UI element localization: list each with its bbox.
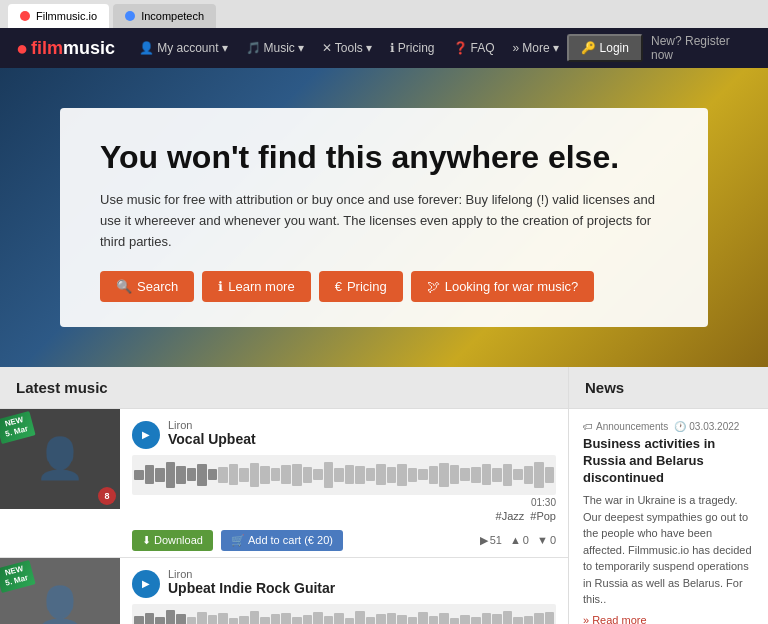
nav-tools[interactable]: ✕ Tools ▾ xyxy=(314,28,380,68)
nav-account-label: My account xyxy=(157,41,218,55)
track-num-badge: 8 xyxy=(98,487,116,505)
news-header: News xyxy=(569,367,768,409)
play-count: ▶ 51 xyxy=(480,534,502,547)
track-stats: ▶ 51 ▲ 0 ▼ 0 xyxy=(480,534,556,547)
hero-title: You won't find this anywhere else. xyxy=(100,138,668,176)
news-item: 🏷 Announcements 🕐 03.03.2022 Business ac… xyxy=(569,409,768,624)
hero-description: Use music for free with attribution or b… xyxy=(100,190,668,252)
waveform-bars xyxy=(132,604,556,624)
track-row: 👤 NEW5. Mar 8 ▶ Liron Vocal Upbeat xyxy=(0,409,568,558)
tab-favicon-incompetech xyxy=(125,11,135,21)
nav-account[interactable]: 👤 My account ▾ xyxy=(131,28,235,68)
war-music-button[interactable]: 🕊 Looking for war music? xyxy=(411,271,595,302)
track-top: ▶ Liron Upbeat Indie Rock Guitar xyxy=(132,568,556,598)
hero-section: You won't find this anywhere else. Use m… xyxy=(0,68,768,367)
news-sidebar: News 🏷 Announcements 🕐 03.03.2022 Busine… xyxy=(568,367,768,624)
hero-content: You won't find this anywhere else. Use m… xyxy=(60,108,708,327)
nav-music-label: Music xyxy=(264,41,295,55)
search-icon: 🔍 xyxy=(116,279,132,294)
learn-more-button[interactable]: ℹ Learn more xyxy=(202,271,310,302)
tab-label-incompetech: Incompetech xyxy=(141,10,204,22)
search-button[interactable]: 🔍 Search xyxy=(100,271,194,302)
faq-icon: ❓ xyxy=(453,41,468,55)
account-chevron-icon: ▾ xyxy=(222,41,228,55)
waveform[interactable] xyxy=(132,455,556,495)
music-icon: 🎵 xyxy=(246,41,261,55)
news-category: 🏷 Announcements xyxy=(583,421,668,432)
tag-jazz[interactable]: #Jazz xyxy=(496,510,525,522)
nav-pricing-label: Pricing xyxy=(398,41,435,55)
nav-more[interactable]: » More ▾ xyxy=(505,28,567,68)
track-title: Vocal Upbeat xyxy=(168,431,556,447)
track-meta: Liron Vocal Upbeat xyxy=(168,419,556,449)
clock-icon: 🕐 xyxy=(674,421,686,432)
dove-icon: 🕊 xyxy=(427,279,440,294)
tools-icon: ✕ xyxy=(322,41,332,55)
latest-music-title: Latest music xyxy=(16,379,108,396)
logo-dot: ● xyxy=(16,37,28,60)
track-thumbnail: 👤 NEW5. Mar 8 xyxy=(0,409,120,509)
more-chevron-icon: ▾ xyxy=(553,41,559,55)
news-headline: Business activities in Russia and Belaru… xyxy=(583,436,754,487)
nav-music[interactable]: 🎵 Music ▾ xyxy=(238,28,312,68)
track-tags: #Jazz #Pop xyxy=(132,510,556,522)
add-to-cart-button[interactable]: 🛒 Add to cart (€ 20) xyxy=(221,530,343,551)
track-thumbnail: 👤 NEW5. Mar 8 xyxy=(0,558,120,624)
tag-icon: 🏷 xyxy=(583,421,593,432)
track-actions: ⬇ Download 🛒 Add to cart (€ 20) ▶ 51 ▲ 0… xyxy=(132,530,556,551)
nav-pricing[interactable]: ℹ Pricing xyxy=(382,28,443,68)
music-chevron-icon: ▾ xyxy=(298,41,304,55)
login-icon: 🔑 xyxy=(581,41,596,55)
news-category-label: Announcements xyxy=(596,421,668,432)
hero-buttons: 🔍 Search ℹ Learn more € Pricing 🕊 Lookin… xyxy=(100,271,668,302)
register-link[interactable]: New? Register now xyxy=(651,34,752,62)
waveform-bars xyxy=(132,455,556,495)
tab-favicon-filmmusic xyxy=(20,11,30,21)
euro-icon: € xyxy=(335,279,342,294)
news-date: 🕐 03.03.2022 xyxy=(674,421,739,432)
info-icon: ℹ xyxy=(218,279,223,294)
download-label: Download xyxy=(154,534,203,546)
news-date-value: 03.03.2022 xyxy=(689,421,739,432)
war-music-label: Looking for war music? xyxy=(445,279,579,294)
track-info: ▶ Liron Upbeat Indie Rock Guitar 02:14 #… xyxy=(120,558,568,624)
account-icon: 👤 xyxy=(139,41,154,55)
news-meta: 🏷 Announcements 🕐 03.03.2022 xyxy=(583,421,754,432)
login-button[interactable]: 🔑 Login xyxy=(567,34,643,62)
news-excerpt: The war in Ukraine is a tragedy. Our dee… xyxy=(583,492,754,608)
nav-tools-label: Tools xyxy=(335,41,363,55)
track-meta: Liron Upbeat Indie Rock Guitar xyxy=(168,568,556,598)
news-title: News xyxy=(585,379,624,396)
tab-filmmusic[interactable]: Filmmusic.io xyxy=(8,4,109,28)
download-icon: ⬇ xyxy=(142,534,151,547)
play-button[interactable]: ▶ xyxy=(132,421,160,449)
logo-text: filmmusic xyxy=(31,38,115,59)
dislike-count: ▼ 0 xyxy=(537,534,556,547)
nav-items: 👤 My account ▾ 🎵 Music ▾ ✕ Tools ▾ ℹ Pri… xyxy=(131,28,566,68)
play-button[interactable]: ▶ xyxy=(132,570,160,598)
track-artist: Liron xyxy=(168,568,556,580)
track-duration: 01:30 xyxy=(132,497,556,508)
nav-faq[interactable]: ❓ FAQ xyxy=(445,28,503,68)
cart-icon: 🛒 xyxy=(231,534,245,547)
nav-more-label: More xyxy=(522,41,549,55)
pricing-label: Pricing xyxy=(347,279,387,294)
track-title: Upbeat Indie Rock Guitar xyxy=(168,580,556,596)
tab-incompetech[interactable]: Incompetech xyxy=(113,4,216,28)
search-button-label: Search xyxy=(137,279,178,294)
tab-label-filmmusic: Filmmusic.io xyxy=(36,10,97,22)
tag-pop[interactable]: #Pop xyxy=(530,510,556,522)
browser-tabs-bar: Filmmusic.io Incompetech xyxy=(0,0,768,28)
download-button[interactable]: ⬇ Download xyxy=(132,530,213,551)
navbar: ● filmmusic 👤 My account ▾ 🎵 Music ▾ ✕ T… xyxy=(0,28,768,68)
navbar-logo[interactable]: ● filmmusic xyxy=(16,37,115,60)
track-top: ▶ Liron Vocal Upbeat xyxy=(132,419,556,449)
track-artist: Liron xyxy=(168,419,556,431)
login-label: Login xyxy=(600,41,629,55)
read-more-link[interactable]: » Read more xyxy=(583,614,754,624)
latest-music-section: Latest music 👤 NEW5. Mar 8 ▶ Liron Vocal… xyxy=(0,367,568,624)
pricing-button[interactable]: € Pricing xyxy=(319,271,403,302)
waveform[interactable] xyxy=(132,604,556,624)
pricing-info-icon: ℹ xyxy=(390,41,395,55)
learn-more-label: Learn more xyxy=(228,279,294,294)
